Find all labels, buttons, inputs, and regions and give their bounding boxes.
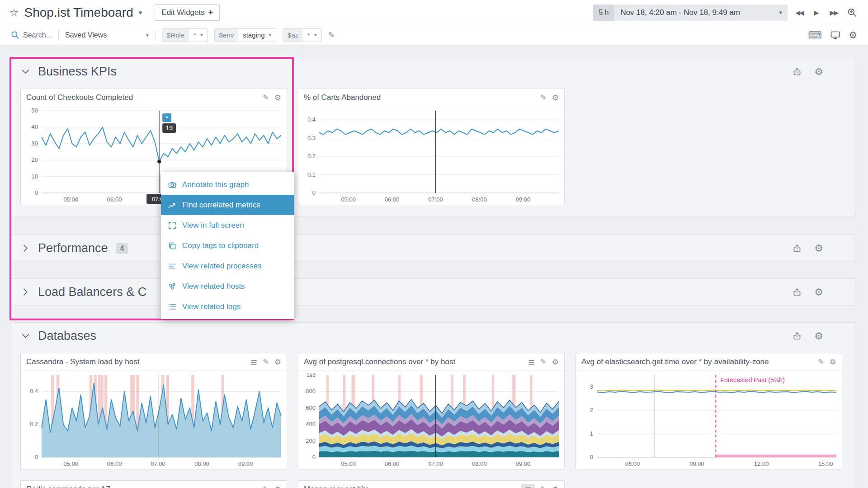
menu-item-annotate-graph[interactable]: Annotate this graph — [161, 174, 294, 195]
fullscreen-icon — [168, 221, 176, 230]
elasticsearch-forecast-chart[interactable]: 012306:0009:0012:0015:00Forecasted Past … — [576, 371, 842, 469]
section-title: Databases — [38, 329, 96, 343]
svg-text:200: 200 — [306, 437, 316, 444]
section-load-balancers: Load Balancers & C ⚙ — [11, 278, 855, 306]
section-business-kpis: Business KPIs ⚙ Count of Checkouts Compl… — [11, 58, 855, 216]
edit-widget-icon[interactable]: ✎ — [263, 357, 269, 366]
widget-gear-icon[interactable]: ⚙ — [274, 357, 281, 366]
menu-item-copy-tags[interactable]: Copy tags to clipboard — [161, 235, 294, 256]
expand-chevron-right-icon[interactable] — [21, 244, 30, 253]
postgresql-stacked-chart[interactable]: 02004006008001e305:0006:0007:0008:0009:0… — [298, 371, 564, 469]
svg-text:10: 10 — [32, 173, 38, 180]
dashboard-content: Business KPIs ⚙ Count of Checkouts Compl… — [0, 58, 868, 488]
zoom-search-button[interactable] — [845, 6, 859, 19]
template-var-role[interactable]: $Role * ▾ — [162, 28, 208, 42]
section-gear-icon[interactable]: ⚙ — [814, 330, 823, 342]
template-var-value: * — [193, 31, 196, 39]
edit-widget-icon[interactable]: ✎ — [263, 485, 269, 488]
template-var-value: * — [307, 31, 310, 39]
section-gear-icon[interactable]: ⚙ — [814, 66, 823, 77]
time-range-picker[interactable]: 5 h Nov 18, 4:20 am - Nov 18, 9:49 am ▾ — [593, 5, 788, 21]
page-title: Shop.ist Timeboard — [24, 5, 133, 20]
section-gear-icon[interactable]: ⚙ — [814, 243, 823, 254]
widget-gear-icon[interactable]: ⚙ — [552, 93, 559, 102]
rewind-button[interactable]: ◀◀ — [792, 6, 807, 19]
edit-widget-icon[interactable]: ✎ — [540, 485, 546, 488]
export-icon[interactable] — [793, 244, 802, 253]
keyboard-shortcuts-icon[interactable]: ⌨ — [808, 30, 822, 41]
collapse-chevron-down-icon[interactable] — [21, 67, 30, 76]
svg-text:Forecasted Past (5¼h): Forecasted Past (5¼h) — [720, 376, 784, 384]
widget-gear-icon[interactable]: ⚙ — [274, 485, 281, 488]
widget-title: Mongo request hits — [304, 485, 369, 488]
widget-gear-icon[interactable]: ⚙ — [274, 93, 281, 102]
play-button[interactable]: ▶ — [811, 6, 822, 19]
menu-item-view-full-screen[interactable]: View in full screen — [161, 215, 294, 235]
svg-text:1: 1 — [590, 430, 593, 437]
menu-item-view-related-processes[interactable]: View related processes — [161, 256, 294, 276]
edit-widget-icon[interactable]: ✎ — [818, 357, 824, 366]
svg-text:08:00: 08:00 — [472, 460, 487, 467]
widget-elasticsearch-get-time: Avg of elasticsearch.get.time over * by … — [576, 353, 842, 469]
widget-title: Cassandra - System load by host — [26, 357, 139, 366]
title-caret-icon[interactable]: ▾ — [139, 9, 142, 17]
export-icon[interactable] — [793, 67, 802, 76]
section-performance: Performance 4 ⚙ — [11, 235, 855, 262]
svg-text:40: 40 — [32, 123, 38, 130]
legend-list-icon[interactable]: ≡ — [521, 484, 535, 488]
edit-template-vars-icon[interactable]: ✎ — [328, 30, 335, 40]
menu-item-view-related-hosts[interactable]: View related hosts — [161, 276, 294, 296]
menu-item-find-correlated-metrics[interactable]: Find correlated metrics — [161, 195, 294, 215]
time-range-label: Nov 18, 4:20 am - Nov 18, 9:49 am — [614, 8, 779, 17]
edit-widgets-button[interactable]: Edit Widgets + — [155, 4, 220, 21]
saved-views-dropdown[interactable]: Saved Views ▾ — [65, 31, 149, 39]
cassandra-area-chart[interactable]: 00.20.405:0006:0007:0008:0009:00 — [21, 371, 287, 469]
svg-text:09:00: 09:00 — [689, 460, 704, 467]
widget-title: Avg of elasticsearch.get.time over * by … — [581, 357, 769, 366]
widget-postgresql-connections: Avg of postgresql.connections over * by … — [298, 353, 565, 469]
section-gear-icon[interactable]: ⚙ — [814, 286, 823, 298]
collapse-chevron-down-icon[interactable] — [21, 332, 30, 340]
menu-item-view-related-logs[interactable]: View related logs — [161, 296, 294, 317]
menu-item-label: View in full screen — [182, 221, 244, 230]
svg-text:0: 0 — [312, 189, 316, 196]
export-icon[interactable] — [793, 288, 802, 297]
svg-text:800: 800 — [306, 388, 316, 394]
edit-widget-icon[interactable]: ✎ — [263, 93, 269, 102]
svg-text:12:00: 12:00 — [754, 460, 769, 467]
search-control[interactable]: Search... — [11, 31, 52, 39]
export-icon[interactable] — [793, 332, 802, 341]
plus-icon: + — [208, 8, 213, 17]
widget-title: Redis commands per AZ — [26, 485, 110, 488]
legend-list-icon[interactable]: ≡ — [250, 357, 257, 367]
svg-text:06:00: 06:00 — [107, 196, 122, 203]
template-var-az[interactable]: $az * ▾ — [283, 28, 322, 42]
edit-widget-icon[interactable]: ✎ — [540, 357, 546, 366]
svg-text:05:00: 05:00 — [341, 460, 356, 467]
legend-list-icon[interactable]: ≡ — [528, 357, 535, 367]
menu-item-label: Find correlated metrics — [182, 201, 260, 210]
svg-text:0: 0 — [590, 454, 593, 460]
correlated-metrics-icon — [168, 201, 176, 209]
camera-icon — [168, 181, 176, 189]
widget-gear-icon[interactable]: ⚙ — [552, 485, 559, 488]
widget-title: % of Carts Abandoned — [304, 93, 381, 102]
favorite-star-icon[interactable]: ☆ — [9, 6, 19, 19]
widget-mongo-requests: Mongo request hits ≡ ✎ ⚙ — [298, 480, 565, 488]
edit-widget-icon[interactable]: ✎ — [540, 93, 546, 102]
svg-text:19: 19 — [165, 124, 173, 131]
svg-text:09:00: 09:00 — [516, 196, 531, 203]
svg-text:0.1: 0.1 — [307, 171, 316, 178]
widget-gear-icon[interactable]: ⚙ — [830, 357, 836, 366]
widget-cassandra-load: Cassandra - System load by host ≡ ✎ ⚙ 00… — [20, 353, 287, 469]
time-caret-icon: ▾ — [779, 9, 783, 16]
tv-mode-icon[interactable] — [830, 30, 840, 40]
forward-button[interactable]: ▶▶ — [826, 6, 841, 19]
expand-chevron-right-icon[interactable] — [21, 288, 30, 296]
search-label: Search... — [23, 31, 52, 39]
template-var-env[interactable]: $env staging ▾ — [214, 28, 276, 42]
widget-gear-icon[interactable]: ⚙ — [552, 357, 559, 366]
processes-icon — [168, 262, 176, 270]
settings-gear-icon[interactable]: ⚙ — [849, 30, 857, 41]
carts-line-chart[interactable]: 00.10.20.30.405:0006:0007:0008:0009:00 — [298, 106, 564, 205]
